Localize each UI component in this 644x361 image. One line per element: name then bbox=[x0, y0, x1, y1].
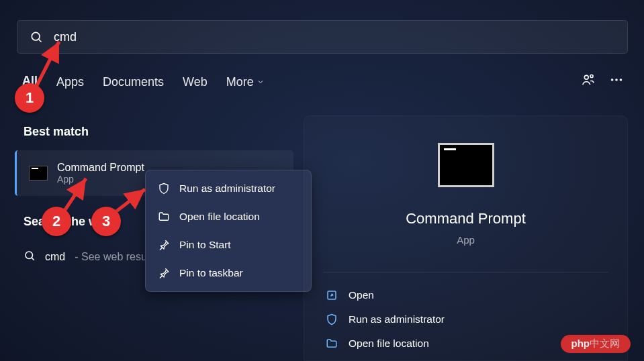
svg-line-1 bbox=[39, 40, 42, 42]
annotation-badge-2: 2 bbox=[42, 207, 71, 236]
menu-label: Open file location bbox=[179, 211, 260, 223]
menu-pin-to-start[interactable]: Pin to Start bbox=[146, 231, 311, 259]
pane-action-open[interactable]: Open bbox=[323, 283, 608, 307]
svg-point-3 bbox=[590, 74, 593, 77]
svg-point-6 bbox=[620, 79, 623, 81]
details-pane: Command Prompt App Open Run as administr… bbox=[304, 115, 628, 361]
tab-documents[interactable]: Documents bbox=[103, 75, 164, 93]
accounts-icon[interactable] bbox=[581, 72, 596, 87]
menu-label: Pin to Start bbox=[179, 239, 231, 251]
result-subtitle: App bbox=[57, 174, 144, 185]
watermark: php中文网 bbox=[561, 335, 631, 353]
action-label: Run as administrator bbox=[349, 313, 445, 325]
search-icon bbox=[30, 30, 43, 44]
result-title: Command Prompt bbox=[57, 162, 144, 174]
shield-icon bbox=[158, 183, 170, 195]
context-menu: Run as administrator Open file location … bbox=[145, 170, 312, 292]
search-input[interactable] bbox=[54, 30, 615, 44]
svg-point-5 bbox=[615, 79, 618, 81]
best-match-heading: Best match bbox=[24, 125, 89, 139]
svg-point-7 bbox=[26, 252, 33, 259]
menu-pin-to-taskbar[interactable]: Pin to taskbar bbox=[146, 259, 311, 287]
search-icon bbox=[24, 250, 36, 262]
pane-action-run-as-administrator[interactable]: Run as administrator bbox=[323, 307, 608, 331]
svg-point-0 bbox=[32, 32, 40, 40]
annotation-badge-3: 3 bbox=[91, 207, 121, 236]
shield-icon bbox=[326, 313, 338, 325]
menu-label: Pin to taskbar bbox=[179, 267, 243, 279]
tab-apps[interactable]: Apps bbox=[56, 75, 84, 93]
menu-run-as-administrator[interactable]: Run as administrator bbox=[146, 174, 311, 203]
search-bar[interactable] bbox=[17, 20, 628, 54]
web-query: cmd bbox=[45, 251, 65, 263]
pin-icon bbox=[158, 239, 170, 251]
pane-subtitle: App bbox=[304, 234, 627, 246]
tab-web[interactable]: Web bbox=[183, 75, 208, 93]
watermark-b: 中文网 bbox=[590, 338, 620, 349]
search-web-item[interactable]: cmd - See web results bbox=[24, 250, 158, 264]
pane-title: Command Prompt bbox=[304, 210, 627, 227]
filter-tabs: All Apps Documents Web More bbox=[22, 74, 265, 94]
svg-point-2 bbox=[584, 75, 588, 79]
svg-line-8 bbox=[32, 258, 34, 260]
menu-open-file-location[interactable]: Open file location bbox=[146, 203, 311, 231]
tab-more[interactable]: More bbox=[226, 75, 265, 93]
more-horizontal-icon[interactable] bbox=[609, 72, 624, 87]
folder-icon bbox=[326, 338, 338, 350]
menu-label: Run as administrator bbox=[179, 183, 275, 195]
command-prompt-icon bbox=[29, 166, 48, 180]
svg-point-4 bbox=[611, 79, 614, 81]
action-label: Open bbox=[349, 289, 374, 301]
pin-icon bbox=[158, 267, 170, 279]
open-icon bbox=[326, 289, 338, 301]
tab-more-label: More bbox=[226, 75, 254, 89]
action-label: Open file location bbox=[349, 338, 429, 350]
watermark-a: php bbox=[571, 338, 590, 349]
command-prompt-icon bbox=[438, 143, 494, 187]
chevron-down-icon bbox=[257, 78, 265, 86]
annotation-badge-1: 1 bbox=[15, 83, 44, 113]
folder-icon bbox=[158, 211, 170, 223]
